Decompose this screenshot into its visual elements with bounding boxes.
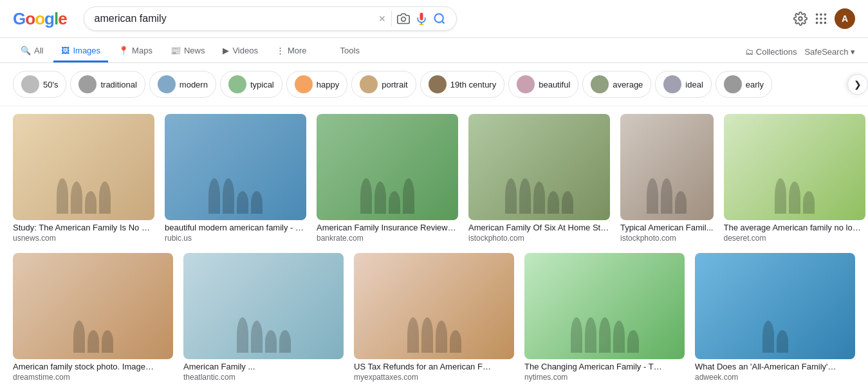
- nav-right: 🗂 Collections SafeSearch ▾: [745, 47, 855, 57]
- image-source-10: nytimes.com: [524, 373, 685, 382]
- filter-arrow-button[interactable]: ❯: [847, 74, 868, 95]
- image-title-4: American Family Of Six At Home Stock...: [468, 223, 610, 232]
- tab-videos-label: Videos: [232, 46, 258, 55]
- search-submit-icon[interactable]: [433, 12, 446, 25]
- tab-maps[interactable]: 📍 Maps: [111, 41, 160, 62]
- filter-chip-ideal[interactable]: ideal: [655, 71, 711, 98]
- filter-chip-traditional[interactable]: traditional: [70, 71, 145, 98]
- chip-label-19th: 19th century: [450, 80, 497, 89]
- header: Google ✕: [0, 0, 868, 38]
- maps-icon: 📍: [118, 46, 129, 55]
- chip-label-portrait: portrait: [382, 80, 407, 89]
- svg-point-0: [401, 17, 405, 22]
- microphone-icon[interactable]: [415, 12, 428, 25]
- filter-chip-average[interactable]: average: [582, 71, 651, 98]
- all-icon: 🔍: [21, 46, 31, 55]
- chip-thumb-ideal: [663, 75, 681, 93]
- image-title-11: What Does an 'All-American Family' Look …: [695, 362, 836, 371]
- svg-point-11: [824, 17, 827, 20]
- filter-chip-typical[interactable]: typical: [220, 71, 282, 98]
- image-source-6: deseret.com: [724, 234, 865, 243]
- tab-tools[interactable]: Tools: [333, 41, 367, 62]
- filter-chip-beautiful[interactable]: beautiful: [508, 71, 578, 98]
- avatar[interactable]: A: [835, 8, 855, 29]
- google-logo[interactable]: Google: [13, 9, 67, 29]
- nav-tabs: 🔍 All 🖼 Images 📍 Maps 📰 News ▶ Videos ⋮ …: [0, 38, 868, 63]
- chip-thumb-modern: [158, 75, 176, 93]
- image-title-2: beautiful modern american family - Ru...: [165, 223, 306, 232]
- image-thumb-9: [354, 253, 514, 359]
- svg-point-6: [816, 14, 818, 16]
- svg-point-12: [816, 22, 818, 24]
- image-title-10: The Changing American Family - The New .…: [524, 362, 666, 371]
- image-source-2: rubic.us: [165, 234, 306, 243]
- image-thumb-1: [13, 114, 154, 220]
- collections-link[interactable]: 🗂 Collections: [745, 47, 797, 57]
- image-source-8: theatlantic.com: [183, 373, 344, 382]
- tab-videos[interactable]: ▶ Videos: [215, 41, 266, 62]
- tab-all[interactable]: 🔍 All: [13, 41, 51, 62]
- image-source-9: myexpattaxes.com: [354, 373, 514, 382]
- filter-chip-50s[interactable]: 50's: [13, 71, 66, 98]
- image-card-1[interactable]: Study: The American Family Is No More ..…: [13, 114, 154, 243]
- tab-more-label: More: [288, 46, 307, 55]
- chip-label-ideal: ideal: [685, 80, 703, 89]
- image-card-7[interactable]: American family stock photo. Image of ..…: [13, 253, 173, 382]
- image-thumb-8: [183, 253, 344, 359]
- image-title-8: American Family ...: [183, 362, 325, 371]
- image-thumb-4: [468, 114, 610, 220]
- image-title-3: American Family Insurance Review 202...: [317, 223, 458, 232]
- image-thumb-2: [165, 114, 306, 220]
- safe-search-label[interactable]: SafeSearch ▾: [804, 47, 855, 57]
- tab-news-label: News: [184, 46, 205, 55]
- chip-thumb-typical: [228, 75, 246, 93]
- filter-chip-modern[interactable]: modern: [149, 71, 216, 98]
- image-thumb-11: [695, 253, 855, 359]
- tab-maps-label: Maps: [132, 46, 152, 55]
- chip-thumb-early: [724, 75, 742, 93]
- image-card-8[interactable]: American Family ... theatlantic.com: [183, 253, 344, 382]
- image-card-9[interactable]: US Tax Refunds for an American Family ..…: [354, 253, 514, 382]
- image-thumb-5: [620, 114, 714, 220]
- google-apps-icon[interactable]: [814, 12, 828, 26]
- chip-label-beautiful: beautiful: [539, 80, 570, 89]
- image-thumb-6: [724, 114, 865, 220]
- search-bar: ✕: [84, 6, 457, 31]
- image-card-5[interactable]: Typical American Famil... istockphoto.co…: [620, 114, 714, 243]
- image-card-11[interactable]: What Does an 'All-American Family' Look …: [695, 253, 855, 382]
- image-source-3: bankrate.com: [317, 234, 458, 243]
- image-card-2[interactable]: beautiful modern american family - Ru...…: [165, 114, 306, 243]
- chip-thumb-traditional: [78, 75, 97, 93]
- image-card-6[interactable]: The average American family no longer ..…: [724, 114, 865, 243]
- filter-chip-19th[interactable]: 19th century: [420, 71, 505, 98]
- image-source-1: usnews.com: [13, 234, 154, 243]
- images-icon: 🖼: [61, 46, 69, 55]
- svg-point-7: [820, 14, 822, 16]
- image-title-1: Study: The American Family Is No More ..…: [13, 223, 154, 232]
- camera-icon[interactable]: [397, 12, 410, 25]
- tab-more[interactable]: ⋮ More: [268, 41, 315, 62]
- tab-news[interactable]: 📰 News: [163, 41, 213, 62]
- image-thumb-10: [524, 253, 685, 359]
- image-card-3[interactable]: American Family Insurance Review 202... …: [317, 114, 458, 243]
- image-title-9: US Tax Refunds for an American Family ..…: [354, 362, 495, 371]
- chip-thumb-beautiful: [517, 75, 535, 93]
- chip-label-50s: 50's: [43, 80, 58, 89]
- search-input[interactable]: [95, 13, 373, 24]
- svg-point-3: [434, 14, 443, 23]
- chip-thumb-average: [591, 75, 609, 93]
- settings-icon[interactable]: [793, 12, 808, 26]
- tab-images[interactable]: 🖼 Images: [53, 41, 108, 62]
- image-card-10[interactable]: The Changing American Family - The New .…: [524, 253, 685, 382]
- svg-point-10: [820, 17, 822, 20]
- chip-thumb-portrait: [360, 75, 378, 93]
- clear-icon[interactable]: ✕: [378, 14, 386, 24]
- filter-chip-early[interactable]: early: [716, 71, 772, 98]
- svg-point-13: [820, 22, 822, 24]
- filter-chip-portrait[interactable]: portrait: [351, 71, 416, 98]
- filter-chip-happy[interactable]: happy: [286, 71, 347, 98]
- image-thumb-7: [13, 253, 173, 359]
- image-source-5: istockphoto.com: [620, 234, 714, 243]
- chip-label-typical: typical: [250, 80, 274, 89]
- image-card-4[interactable]: American Family Of Six At Home Stock... …: [468, 114, 610, 243]
